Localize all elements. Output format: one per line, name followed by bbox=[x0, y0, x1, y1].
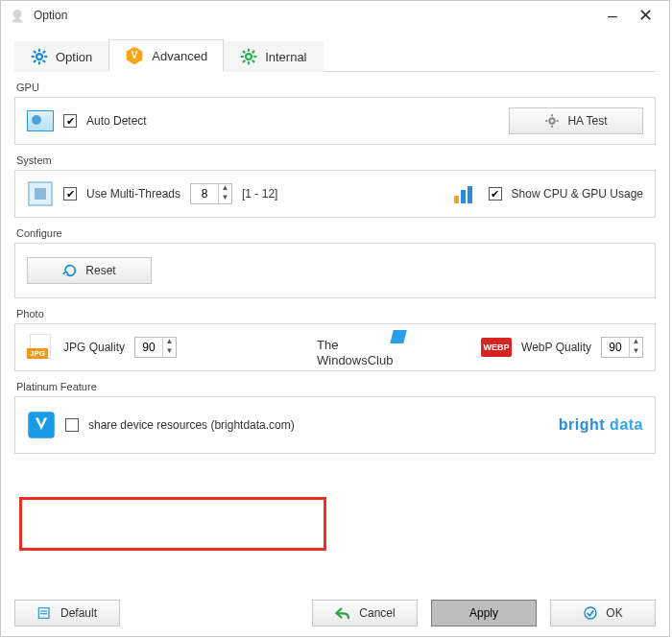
default-button[interactable]: Default bbox=[14, 600, 120, 626]
share-resources-label: share device resources (brightdata.com) bbox=[88, 418, 295, 432]
share-resources-checkbox[interactable] bbox=[65, 418, 79, 432]
gear-green-icon bbox=[240, 48, 257, 65]
gpu-panel: Auto Detect HA Test bbox=[14, 97, 656, 145]
tab-internal-label: Internal bbox=[265, 50, 306, 64]
tab-internal[interactable]: Internal bbox=[224, 41, 323, 72]
photo-section-label: Photo bbox=[16, 308, 654, 319]
chart-icon bbox=[452, 180, 479, 207]
hexagon-v-blue-icon bbox=[27, 411, 56, 439]
gear-icon bbox=[544, 113, 560, 129]
svg-point-1 bbox=[36, 54, 42, 59]
hexagon-v-icon: V bbox=[125, 46, 144, 65]
gpu-section-label: GPU bbox=[16, 82, 654, 93]
default-label: Default bbox=[60, 606, 97, 620]
check-circle-icon bbox=[583, 605, 598, 621]
show-cpu-gpu-label: Show CPU & GPU Usage bbox=[512, 187, 643, 201]
apply-button[interactable]: Apply bbox=[431, 600, 537, 626]
ok-button[interactable]: OK bbox=[550, 600, 656, 626]
threads-range: [1 - 12] bbox=[242, 187, 277, 201]
document-icon bbox=[37, 606, 53, 620]
auto-detect-label: Auto Detect bbox=[86, 114, 147, 128]
minimize-button[interactable]: – bbox=[596, 1, 629, 30]
gpu-icon bbox=[27, 107, 54, 134]
configure-panel: Reset bbox=[14, 243, 656, 298]
down-arrow-icon[interactable]: ▼ bbox=[630, 347, 642, 357]
webp-icon: WEBP bbox=[481, 338, 512, 357]
webp-quality-label: WebP Quality bbox=[521, 341, 591, 354]
svg-line-17 bbox=[243, 51, 245, 53]
cpu-icon bbox=[27, 180, 54, 207]
multi-threads-checkbox[interactable] bbox=[63, 187, 77, 201]
svg-line-19 bbox=[243, 60, 245, 62]
auto-detect-checkbox[interactable] bbox=[63, 114, 77, 128]
svg-line-20 bbox=[252, 51, 254, 53]
reset-label: Reset bbox=[85, 264, 115, 277]
svg-line-7 bbox=[43, 60, 45, 62]
threads-stepper[interactable]: ▲▼ bbox=[190, 183, 232, 204]
jpg-quality-stepper[interactable]: ▲▼ bbox=[134, 337, 177, 358]
system-section-label: System bbox=[16, 154, 654, 166]
titlebar: Option – ✕ bbox=[1, 1, 669, 30]
configure-section-label: Configure bbox=[16, 227, 654, 239]
apply-label: Apply bbox=[469, 606, 498, 620]
footer: Default Cancel Apply OK bbox=[1, 590, 669, 636]
cancel-button[interactable]: Cancel bbox=[312, 600, 418, 626]
tab-option[interactable]: Option bbox=[14, 41, 108, 72]
app-icon bbox=[9, 7, 26, 24]
window-title: Option bbox=[34, 9, 67, 22]
brightdata-logo: bright data bbox=[559, 416, 643, 434]
threads-value[interactable] bbox=[191, 184, 218, 203]
webp-quality-stepper[interactable]: ▲▼ bbox=[601, 337, 643, 358]
jpg-quality-value[interactable] bbox=[135, 338, 162, 357]
tab-advanced[interactable]: V Advanced bbox=[108, 39, 224, 72]
svg-line-8 bbox=[34, 60, 36, 62]
down-arrow-icon[interactable]: ▼ bbox=[163, 347, 176, 357]
refresh-icon bbox=[62, 263, 78, 278]
platinum-section-label: Platinum Feature bbox=[16, 381, 654, 392]
multi-threads-label: Use Multi-Threads bbox=[86, 187, 180, 201]
highlight-annotation bbox=[19, 497, 326, 551]
ok-label: OK bbox=[606, 606, 622, 620]
reset-button[interactable]: Reset bbox=[27, 257, 152, 284]
svg-point-12 bbox=[246, 54, 252, 59]
svg-text:V: V bbox=[132, 50, 138, 60]
tab-advanced-label: Advanced bbox=[152, 49, 207, 63]
svg-point-31 bbox=[585, 607, 596, 619]
system-panel: Use Multi-Threads ▲▼ [1 - 12] Show CPU &… bbox=[14, 170, 656, 218]
ha-test-label: HA Test bbox=[567, 114, 607, 128]
svg-line-9 bbox=[43, 51, 45, 53]
svg-line-18 bbox=[252, 60, 254, 62]
svg-line-6 bbox=[34, 51, 36, 53]
gear-icon bbox=[31, 48, 48, 65]
ha-test-button[interactable]: HA Test bbox=[509, 107, 643, 134]
close-button[interactable]: ✕ bbox=[629, 1, 661, 30]
svg-point-21 bbox=[550, 118, 555, 123]
jpg-icon: JPG bbox=[27, 334, 54, 361]
tab-bar: Option V Advanced Internal bbox=[14, 37, 656, 72]
show-cpu-gpu-checkbox[interactable] bbox=[489, 187, 502, 201]
tab-option-label: Option bbox=[56, 50, 92, 64]
cancel-label: Cancel bbox=[359, 606, 395, 620]
webp-quality-value[interactable] bbox=[602, 338, 629, 357]
down-arrow-icon[interactable]: ▼ bbox=[219, 194, 231, 203]
windowsclub-watermark: The WindowsClub bbox=[317, 338, 393, 367]
jpg-quality-label: JPG Quality bbox=[63, 341, 125, 354]
platinum-panel: share device resources (brightdata.com) … bbox=[14, 396, 656, 454]
back-arrow-icon bbox=[334, 606, 351, 620]
svg-point-0 bbox=[13, 10, 22, 18]
